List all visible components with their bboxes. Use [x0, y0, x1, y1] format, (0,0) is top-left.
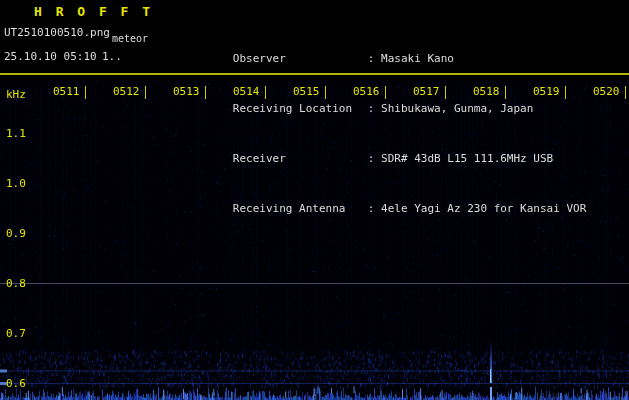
y-tick-label-1-0: 1.0 [6, 177, 26, 190]
x-tick-label-0517: 0517 [413, 85, 440, 98]
meta-value-antenna: : 4ele Yagi Az 230 for Kansai VOR [368, 203, 587, 215]
meta-value-receiver: : SDR# 43dB L15 111.6MHz USB [368, 153, 553, 165]
meta-label-location: Receiving Location [233, 103, 368, 115]
header-separator [0, 73, 629, 75]
meta-row-observer: Observer: Masaki Kano [175, 41, 625, 53]
x-tick-label-0516: 0516 [353, 85, 380, 98]
meta-label-receiver: Receiver [233, 153, 368, 165]
y-tick-label-0-6: 0.6 [6, 377, 26, 390]
x-tick-label-0514: 0514 [233, 85, 260, 98]
meta-value-observer: : Masaki Kano [368, 53, 454, 65]
y-axis-unit-label: kHz [6, 88, 26, 101]
meta-label-observer: Observer [233, 53, 368, 65]
x-tick-label-0512: 0512 [113, 85, 140, 98]
y-tick-label-0-9: 0.9 [6, 227, 26, 240]
x-tick-label-0519: 0519 [533, 85, 560, 98]
x-tick-label-0515: 0515 [293, 85, 320, 98]
output-filename: UT2510100510.png [4, 26, 110, 39]
x-tick-label-0518: 0518 [473, 85, 500, 98]
timestamp: 25.10.10 05:10 [4, 50, 97, 63]
x-tick-label-0520: 0520 [593, 85, 620, 98]
meta-row-receiver: Receiver: SDR# 43dB L15 111.6MHz USB [175, 141, 625, 153]
meta-label-antenna: Receiving Antenna [233, 203, 368, 215]
y-tick-label-0-8: 0.8 [6, 277, 26, 290]
mode-label: meteor [112, 33, 148, 44]
x-tick-label-0513: 0513 [173, 85, 200, 98]
meta-row-antenna: Receiving Antenna: 4ele Yagi Az 230 for … [175, 191, 625, 203]
hrofft-window: H R O F F T UT2510100510.png meteor 25.1… [0, 0, 629, 400]
x-tick-label-0511: 0511 [53, 85, 80, 98]
y-tick-label-0-7: 0.7 [6, 327, 26, 340]
meta-value-location: : Shibukawa, Gunma, Japan [368, 103, 534, 115]
observation-info: Observer: Masaki Kano Receiving Location… [175, 3, 625, 55]
y-tick-label-1-1: 1.1 [6, 127, 26, 140]
app-title: H R O F F T [34, 4, 153, 19]
count-indicator: 1.. [102, 50, 122, 63]
